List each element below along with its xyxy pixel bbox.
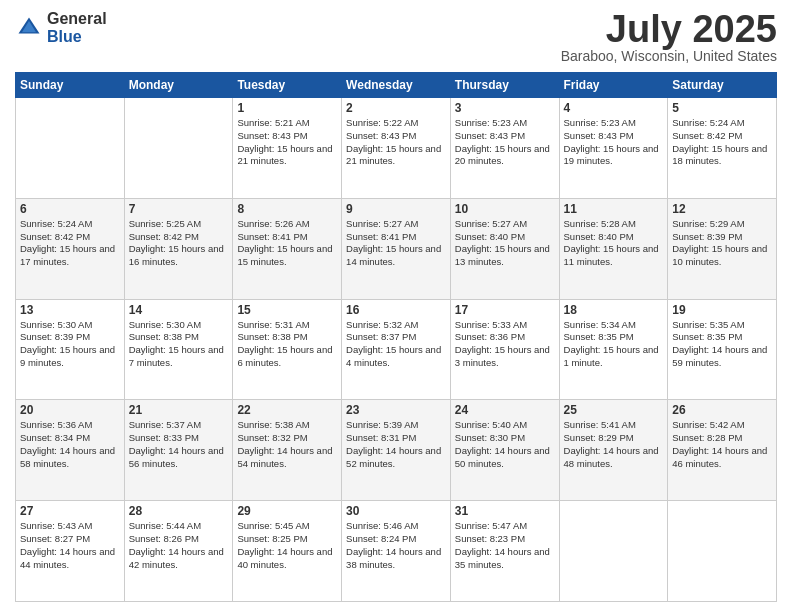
day-number: 24 <box>455 403 555 417</box>
day-number: 31 <box>455 504 555 518</box>
day-info: Sunrise: 5:35 AM Sunset: 8:35 PM Dayligh… <box>672 319 772 370</box>
day-number: 20 <box>20 403 120 417</box>
calendar-cell: 7Sunrise: 5:25 AM Sunset: 8:42 PM Daylig… <box>124 198 233 299</box>
day-number: 29 <box>237 504 337 518</box>
day-number: 9 <box>346 202 446 216</box>
calendar-cell: 29Sunrise: 5:45 AM Sunset: 8:25 PM Dayli… <box>233 501 342 602</box>
day-info: Sunrise: 5:38 AM Sunset: 8:32 PM Dayligh… <box>237 419 337 470</box>
col-header-sunday: Sunday <box>16 73 125 98</box>
calendar-cell: 22Sunrise: 5:38 AM Sunset: 8:32 PM Dayli… <box>233 400 342 501</box>
day-info: Sunrise: 5:42 AM Sunset: 8:28 PM Dayligh… <box>672 419 772 470</box>
calendar-cell: 12Sunrise: 5:29 AM Sunset: 8:39 PM Dayli… <box>668 198 777 299</box>
day-info: Sunrise: 5:27 AM Sunset: 8:41 PM Dayligh… <box>346 218 446 269</box>
calendar-cell: 2Sunrise: 5:22 AM Sunset: 8:43 PM Daylig… <box>342 98 451 199</box>
week-row-4: 20Sunrise: 5:36 AM Sunset: 8:34 PM Dayli… <box>16 400 777 501</box>
day-info: Sunrise: 5:23 AM Sunset: 8:43 PM Dayligh… <box>455 117 555 168</box>
col-header-monday: Monday <box>124 73 233 98</box>
location: Baraboo, Wisconsin, United States <box>561 48 777 64</box>
calendar-cell: 16Sunrise: 5:32 AM Sunset: 8:37 PM Dayli… <box>342 299 451 400</box>
calendar-cell: 3Sunrise: 5:23 AM Sunset: 8:43 PM Daylig… <box>450 98 559 199</box>
calendar-cell: 27Sunrise: 5:43 AM Sunset: 8:27 PM Dayli… <box>16 501 125 602</box>
calendar-cell: 26Sunrise: 5:42 AM Sunset: 8:28 PM Dayli… <box>668 400 777 501</box>
day-info: Sunrise: 5:29 AM Sunset: 8:39 PM Dayligh… <box>672 218 772 269</box>
calendar-cell <box>16 98 125 199</box>
calendar-cell: 15Sunrise: 5:31 AM Sunset: 8:38 PM Dayli… <box>233 299 342 400</box>
day-info: Sunrise: 5:30 AM Sunset: 8:39 PM Dayligh… <box>20 319 120 370</box>
week-row-3: 13Sunrise: 5:30 AM Sunset: 8:39 PM Dayli… <box>16 299 777 400</box>
calendar-cell <box>559 501 668 602</box>
calendar-cell: 24Sunrise: 5:40 AM Sunset: 8:30 PM Dayli… <box>450 400 559 501</box>
day-number: 26 <box>672 403 772 417</box>
day-info: Sunrise: 5:39 AM Sunset: 8:31 PM Dayligh… <box>346 419 446 470</box>
calendar-cell: 11Sunrise: 5:28 AM Sunset: 8:40 PM Dayli… <box>559 198 668 299</box>
calendar-cell: 19Sunrise: 5:35 AM Sunset: 8:35 PM Dayli… <box>668 299 777 400</box>
day-number: 28 <box>129 504 229 518</box>
day-number: 30 <box>346 504 446 518</box>
day-info: Sunrise: 5:43 AM Sunset: 8:27 PM Dayligh… <box>20 520 120 571</box>
header: General Blue July 2025 Baraboo, Wisconsi… <box>15 10 777 64</box>
day-info: Sunrise: 5:21 AM Sunset: 8:43 PM Dayligh… <box>237 117 337 168</box>
day-number: 18 <box>564 303 664 317</box>
day-number: 22 <box>237 403 337 417</box>
calendar-cell: 6Sunrise: 5:24 AM Sunset: 8:42 PM Daylig… <box>16 198 125 299</box>
calendar-cell: 21Sunrise: 5:37 AM Sunset: 8:33 PM Dayli… <box>124 400 233 501</box>
day-info: Sunrise: 5:25 AM Sunset: 8:42 PM Dayligh… <box>129 218 229 269</box>
calendar-cell: 10Sunrise: 5:27 AM Sunset: 8:40 PM Dayli… <box>450 198 559 299</box>
logo: General Blue <box>15 10 107 45</box>
day-number: 6 <box>20 202 120 216</box>
logo-icon <box>15 14 43 42</box>
day-number: 21 <box>129 403 229 417</box>
calendar-cell: 31Sunrise: 5:47 AM Sunset: 8:23 PM Dayli… <box>450 501 559 602</box>
col-header-saturday: Saturday <box>668 73 777 98</box>
day-info: Sunrise: 5:23 AM Sunset: 8:43 PM Dayligh… <box>564 117 664 168</box>
day-info: Sunrise: 5:27 AM Sunset: 8:40 PM Dayligh… <box>455 218 555 269</box>
calendar-cell: 17Sunrise: 5:33 AM Sunset: 8:36 PM Dayli… <box>450 299 559 400</box>
title-block: July 2025 Baraboo, Wisconsin, United Sta… <box>561 10 777 64</box>
calendar-cell: 1Sunrise: 5:21 AM Sunset: 8:43 PM Daylig… <box>233 98 342 199</box>
calendar-cell: 23Sunrise: 5:39 AM Sunset: 8:31 PM Dayli… <box>342 400 451 501</box>
calendar-cell: 4Sunrise: 5:23 AM Sunset: 8:43 PM Daylig… <box>559 98 668 199</box>
day-number: 3 <box>455 101 555 115</box>
day-number: 4 <box>564 101 664 115</box>
col-header-tuesday: Tuesday <box>233 73 342 98</box>
day-info: Sunrise: 5:32 AM Sunset: 8:37 PM Dayligh… <box>346 319 446 370</box>
col-header-wednesday: Wednesday <box>342 73 451 98</box>
day-number: 13 <box>20 303 120 317</box>
day-info: Sunrise: 5:45 AM Sunset: 8:25 PM Dayligh… <box>237 520 337 571</box>
calendar-cell <box>668 501 777 602</box>
day-number: 12 <box>672 202 772 216</box>
logo-blue-text: Blue <box>47 28 107 46</box>
day-info: Sunrise: 5:37 AM Sunset: 8:33 PM Dayligh… <box>129 419 229 470</box>
header-row: SundayMondayTuesdayWednesdayThursdayFrid… <box>16 73 777 98</box>
col-header-thursday: Thursday <box>450 73 559 98</box>
day-info: Sunrise: 5:41 AM Sunset: 8:29 PM Dayligh… <box>564 419 664 470</box>
day-number: 19 <box>672 303 772 317</box>
day-number: 17 <box>455 303 555 317</box>
day-info: Sunrise: 5:36 AM Sunset: 8:34 PM Dayligh… <box>20 419 120 470</box>
week-row-5: 27Sunrise: 5:43 AM Sunset: 8:27 PM Dayli… <box>16 501 777 602</box>
logo-text: General Blue <box>47 10 107 45</box>
day-number: 14 <box>129 303 229 317</box>
calendar-cell: 9Sunrise: 5:27 AM Sunset: 8:41 PM Daylig… <box>342 198 451 299</box>
calendar-cell: 20Sunrise: 5:36 AM Sunset: 8:34 PM Dayli… <box>16 400 125 501</box>
day-number: 1 <box>237 101 337 115</box>
calendar-cell: 18Sunrise: 5:34 AM Sunset: 8:35 PM Dayli… <box>559 299 668 400</box>
calendar-cell: 5Sunrise: 5:24 AM Sunset: 8:42 PM Daylig… <box>668 98 777 199</box>
day-number: 5 <box>672 101 772 115</box>
calendar-table: SundayMondayTuesdayWednesdayThursdayFrid… <box>15 72 777 602</box>
day-number: 15 <box>237 303 337 317</box>
day-info: Sunrise: 5:24 AM Sunset: 8:42 PM Dayligh… <box>20 218 120 269</box>
day-number: 11 <box>564 202 664 216</box>
day-info: Sunrise: 5:28 AM Sunset: 8:40 PM Dayligh… <box>564 218 664 269</box>
day-info: Sunrise: 5:26 AM Sunset: 8:41 PM Dayligh… <box>237 218 337 269</box>
day-number: 23 <box>346 403 446 417</box>
month-title: July 2025 <box>561 10 777 48</box>
day-info: Sunrise: 5:46 AM Sunset: 8:24 PM Dayligh… <box>346 520 446 571</box>
day-number: 25 <box>564 403 664 417</box>
day-info: Sunrise: 5:34 AM Sunset: 8:35 PM Dayligh… <box>564 319 664 370</box>
logo-general-text: General <box>47 10 107 28</box>
day-info: Sunrise: 5:44 AM Sunset: 8:26 PM Dayligh… <box>129 520 229 571</box>
week-row-2: 6Sunrise: 5:24 AM Sunset: 8:42 PM Daylig… <box>16 198 777 299</box>
calendar-cell: 30Sunrise: 5:46 AM Sunset: 8:24 PM Dayli… <box>342 501 451 602</box>
day-info: Sunrise: 5:24 AM Sunset: 8:42 PM Dayligh… <box>672 117 772 168</box>
